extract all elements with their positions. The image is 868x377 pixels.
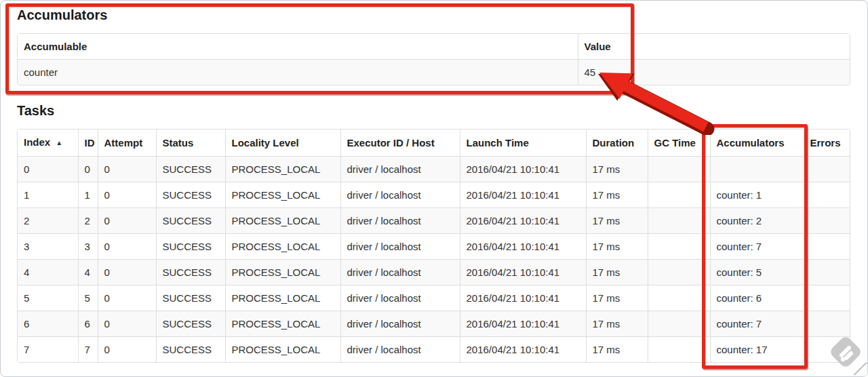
- cell-executor-id-host: driver / localhost: [340, 234, 460, 260]
- table-row: 440SUCCESSPROCESS_LOCALdriver / localhos…: [18, 260, 850, 285]
- spark-stage-page: Accumulators AccumulableValuecounter45 T…: [0, 0, 868, 377]
- cell-index: 6: [18, 311, 78, 337]
- header-row: AccumulableValue: [18, 34, 850, 60]
- column-header-duration[interactable]: Duration: [586, 130, 648, 157]
- cell-duration: 17 ms: [586, 182, 648, 208]
- column-header-errors[interactable]: Errors: [804, 130, 850, 157]
- cell-executor-id-host: driver / localhost: [340, 208, 460, 234]
- column-label: Locality Level: [232, 137, 299, 148]
- accumulable-table: AccumulableValuecounter45: [18, 34, 850, 85]
- accumulators-section-title: Accumulators: [17, 7, 107, 22]
- cell-id: 5: [78, 285, 98, 311]
- cell-id: 3: [78, 234, 98, 260]
- cell-duration: 17 ms: [586, 157, 648, 182]
- cell-attempt: 0: [98, 337, 156, 363]
- cell-gc-time: [648, 260, 710, 285]
- cell-errors: [804, 234, 850, 260]
- cell-accumulators: counter: 7: [710, 311, 804, 337]
- column-header-launch-time[interactable]: Launch Time: [460, 130, 586, 157]
- cell-status: SUCCESS: [156, 234, 225, 260]
- cell-executor-id-host: driver / localhost: [340, 311, 460, 337]
- cell-status: SUCCESS: [156, 182, 225, 208]
- cell-index: 0: [18, 157, 78, 182]
- table-row: 330SUCCESSPROCESS_LOCALdriver / localhos…: [18, 234, 850, 260]
- column-label: Executor ID / Host: [347, 137, 435, 148]
- cell-accumulators: counter: 17: [710, 337, 804, 363]
- cell-id: 1: [78, 182, 98, 208]
- column-header-executor-id-host[interactable]: Executor ID / Host: [340, 130, 460, 157]
- cell-accumulators: counter: 1: [710, 182, 804, 208]
- column-header-locality-level[interactable]: Locality Level: [225, 130, 340, 157]
- cell-executor-id-host: driver / localhost: [340, 157, 460, 182]
- cell-attempt: 0: [98, 157, 156, 182]
- column-label: ID: [85, 137, 95, 148]
- cell-errors: [804, 311, 850, 337]
- tasks-table: Index▲IDAttemptStatusLocality LevelExecu…: [18, 130, 850, 362]
- cell-launch-time: 2016/04/21 10:10:41: [460, 208, 586, 234]
- column-label: Duration: [593, 137, 635, 148]
- cell-locality-level: PROCESS_LOCAL: [225, 337, 340, 363]
- cell-errors: [804, 208, 850, 234]
- cell-attempt: 0: [98, 234, 156, 260]
- cell-status: SUCCESS: [156, 337, 225, 363]
- column-header-id[interactable]: ID: [78, 130, 98, 157]
- cell-duration: 17 ms: [586, 311, 648, 337]
- cell-gc-time: [648, 285, 710, 311]
- cell-gc-time: [648, 157, 710, 182]
- column-label: Value: [585, 41, 611, 52]
- column-label: Launch Time: [467, 137, 529, 148]
- table-row: 000SUCCESSPROCESS_LOCALdriver / localhos…: [18, 157, 850, 182]
- cell-attempt: 0: [98, 285, 156, 311]
- cell-executor-id-host: driver / localhost: [340, 260, 460, 285]
- column-header-index[interactable]: Index▲: [18, 130, 78, 157]
- cell-errors: [804, 337, 850, 363]
- cell-gc-time: [648, 234, 710, 260]
- cell-status: SUCCESS: [156, 260, 225, 285]
- cell-errors: [804, 285, 850, 311]
- column-label: GC Time: [654, 137, 696, 148]
- cell-accumulators: counter: 6: [710, 285, 804, 311]
- cell-executor-id-host: driver / localhost: [340, 337, 460, 363]
- column-label: Attempt: [104, 137, 143, 148]
- cell-value: 45: [578, 60, 850, 85]
- cell-status: SUCCESS: [156, 285, 225, 311]
- cell-id: 0: [78, 157, 98, 182]
- table-row: 770SUCCESSPROCESS_LOCALdriver / localhos…: [18, 337, 850, 363]
- cell-attempt: 0: [98, 182, 156, 208]
- cell-executor-id-host: driver / localhost: [340, 285, 460, 311]
- table-row: 220SUCCESSPROCESS_LOCALdriver / localhos…: [18, 208, 850, 234]
- cell-launch-time: 2016/04/21 10:10:41: [460, 337, 586, 363]
- cell-status: SUCCESS: [156, 311, 225, 337]
- cell-launch-time: 2016/04/21 10:10:41: [460, 285, 586, 311]
- column-header-status[interactable]: Status: [156, 130, 225, 157]
- accumulable-table: AccumulableValuecounter45: [17, 33, 850, 85]
- sort-ascending-icon: ▲: [56, 136, 62, 150]
- column-header-value[interactable]: Value: [578, 34, 850, 60]
- cell-status: SUCCESS: [156, 208, 225, 234]
- table-row: 660SUCCESSPROCESS_LOCALdriver / localhos…: [18, 311, 850, 337]
- column-header-accumulable[interactable]: Accumulable: [18, 34, 578, 60]
- cell-accumulators: counter: 5: [710, 260, 804, 285]
- column-label: Errors: [810, 137, 841, 148]
- cell-accumulators: counter: 2: [710, 208, 804, 234]
- tasks-section-title: Tasks: [17, 103, 54, 118]
- cell-locality-level: PROCESS_LOCAL: [225, 157, 340, 182]
- cell-index: 4: [18, 260, 78, 285]
- table-row: 110SUCCESSPROCESS_LOCALdriver / localhos…: [18, 182, 850, 208]
- cell-accumulable: counter: [18, 60, 578, 85]
- cell-launch-time: 2016/04/21 10:10:41: [460, 182, 586, 208]
- column-header-gc-time[interactable]: GC Time: [648, 130, 710, 157]
- tasks-table: Index▲IDAttemptStatusLocality LevelExecu…: [17, 129, 850, 363]
- cell-duration: 17 ms: [586, 285, 648, 311]
- cell-duration: 17 ms: [586, 234, 648, 260]
- header-row: Index▲IDAttemptStatusLocality LevelExecu…: [18, 130, 850, 157]
- cell-launch-time: 2016/04/21 10:10:41: [460, 157, 586, 182]
- column-header-attempt[interactable]: Attempt: [98, 130, 156, 157]
- column-header-accumulators[interactable]: Accumulators: [710, 130, 804, 157]
- cell-gc-time: [648, 182, 710, 208]
- cell-attempt: 0: [98, 260, 156, 285]
- cell-id: 7: [78, 337, 98, 363]
- column-label: Index: [24, 136, 50, 148]
- column-label: Accumulators: [717, 137, 785, 148]
- cell-errors: [804, 157, 850, 182]
